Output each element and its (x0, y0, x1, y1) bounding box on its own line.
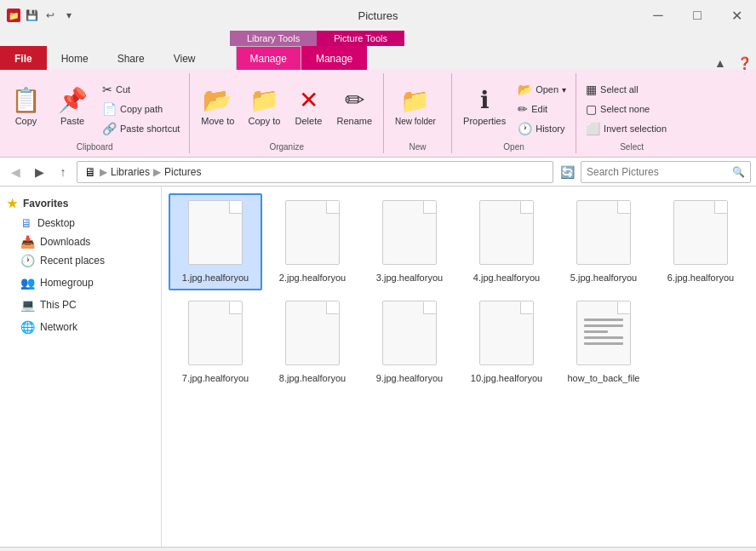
address-path[interactable]: 🖥 ▶ Libraries ▶ Pictures (77, 161, 553, 183)
file-name: 10.jpg.healforyou (471, 372, 542, 384)
file-icon (670, 200, 731, 268)
select-all-icon: ▦ (586, 83, 597, 96)
history-button[interactable]: 🕐 History (513, 119, 570, 138)
sidebar-item-desktop[interactable]: 🖥 Desktop (0, 214, 161, 232)
favorites-star-icon: ★ (7, 197, 18, 210)
file-item[interactable]: 6.jpg.healforyou (654, 193, 747, 290)
tab-picture-manage[interactable]: Manage (301, 46, 367, 70)
file-page (188, 301, 243, 365)
main-area: ★ Favorites 🖥 Desktop 📥 Downloads 🕐 Rece… (0, 187, 756, 547)
file-item[interactable]: 7.jpg.healforyou (169, 294, 262, 391)
path-libraries[interactable]: Libraries (111, 166, 150, 178)
edit-button[interactable]: ✏ Edit (513, 100, 570, 118)
copy-button[interactable]: 📋 Copy (5, 77, 47, 138)
paste-shortcut-button[interactable]: 🔗 Paste shortcut (98, 119, 184, 138)
text-line (584, 342, 623, 345)
sidebar: ★ Favorites 🖥 Desktop 📥 Downloads 🕐 Rece… (0, 187, 162, 547)
up-button[interactable]: ↑ (53, 162, 73, 182)
invert-selection-button[interactable]: ⬜ Invert selection (581, 119, 671, 138)
sidebar-item-homegroup[interactable]: 👥 Homegroup (0, 273, 161, 292)
new-label: New (389, 140, 446, 152)
delete-icon: ✕ (299, 89, 318, 112)
this-pc-section: 💻 This PC (0, 296, 161, 314)
text-line (584, 319, 623, 321)
delete-button[interactable]: ✕ Delete (288, 77, 329, 138)
file-icon (476, 301, 537, 369)
favorites-header[interactable]: ★ Favorites (0, 193, 161, 214)
back-button[interactable]: ◀ (5, 162, 26, 182)
ribbon-group-organize: 📂 Move to 📁 Copy to ✕ Delete ✏ Rename Or… (190, 73, 384, 153)
file-page-corner (230, 301, 242, 313)
file-name: 2.jpg.healforyou (279, 272, 346, 284)
file-item[interactable]: how_to_back_file (557, 294, 650, 391)
file-item[interactable]: 5.jpg.healforyou (557, 193, 650, 290)
minimize-button[interactable]: ─ (639, 0, 678, 31)
sidebar-item-downloads[interactable]: 📥 Downloads (0, 232, 161, 251)
location-icon: 🖥 (84, 165, 96, 179)
file-item[interactable]: 8.jpg.healforyou (266, 294, 359, 391)
move-icon: 📂 (203, 89, 232, 112)
quick-dropdown-btn[interactable]: ▾ (61, 8, 77, 23)
properties-button[interactable]: ℹ Properties (457, 77, 512, 138)
open-small-group: 📂 Open ▾ ✏ Edit 🕐 History (513, 77, 570, 138)
open-icon: 📂 (518, 83, 532, 96)
sidebar-item-recent-places[interactable]: 🕐 Recent places (0, 251, 161, 270)
favorites-section: ★ Favorites 🖥 Desktop 📥 Downloads 🕐 Rece… (0, 193, 161, 270)
file-name: 3.jpg.healforyou (376, 272, 443, 284)
invert-selection-icon: ⬜ (586, 122, 600, 135)
tab-library-manage[interactable]: Manage (236, 46, 301, 70)
close-button[interactable]: ✕ (717, 0, 756, 31)
ribbon-collapse-btn[interactable]: ▲ (708, 56, 732, 70)
cut-button[interactable]: ✂ Cut (98, 80, 184, 99)
file-name: 8.jpg.healforyou (279, 372, 346, 384)
tab-file[interactable]: File (0, 46, 47, 70)
copy-path-button[interactable]: 📄 Copy path (98, 100, 184, 118)
quick-save-btn[interactable]: 💾 (24, 8, 39, 23)
file-item[interactable]: 10.jpg.healforyou (460, 294, 553, 391)
file-name: 9.jpg.healforyou (376, 372, 443, 384)
forward-button[interactable]: ▶ (29, 162, 49, 182)
open-button[interactable]: 📂 Open ▾ (513, 80, 570, 99)
new-folder-button[interactable]: 📁 New folder (389, 77, 442, 138)
copy-to-button[interactable]: 📁 Copy to (242, 77, 286, 138)
tab-view[interactable]: View (159, 46, 210, 70)
file-icon (185, 301, 246, 369)
file-item[interactable]: 2.jpg.healforyou (266, 193, 359, 290)
new-content: 📁 New folder (389, 75, 446, 140)
refresh-button[interactable]: 🔄 (557, 162, 577, 182)
ribbon-tabs-row: File Home Share View Manage Manage ▲ ❓ (0, 46, 756, 70)
tab-share[interactable]: Share (103, 46, 159, 70)
help-btn[interactable]: ❓ (732, 56, 756, 70)
select-none-button[interactable]: ▢ Select none (581, 100, 671, 118)
clipboard-content: 📋 Copy 📌 Paste ✂ Cut 📄 Copy path 🔗 Past (5, 75, 184, 140)
paste-icon: 📌 (58, 89, 88, 112)
file-page-corner (521, 301, 533, 313)
open-content: ℹ Properties 📂 Open ▾ ✏ Edit 🕐 History (457, 75, 570, 140)
tab-home[interactable]: Home (47, 46, 103, 70)
file-area[interactable]: 1.jpg.healforyou2.jpg.healforyou3.jpg.he… (162, 187, 756, 547)
sidebar-item-network[interactable]: 🌐 Network (0, 318, 161, 336)
search-input[interactable] (587, 166, 732, 178)
new-folder-icon: 📁 (400, 89, 430, 113)
file-item[interactable]: 3.jpg.healforyou (363, 193, 456, 290)
ribbon-group-select: ▦ Select all ▢ Select none ⬜ Invert sele… (576, 73, 687, 153)
move-to-button[interactable]: 📂 Move to (195, 77, 240, 138)
search-box[interactable]: 🔍 (581, 161, 751, 183)
maximize-button[interactable]: □ (678, 0, 717, 31)
file-page-corner (327, 301, 339, 313)
history-icon: 🕐 (518, 122, 532, 135)
file-item[interactable]: 1.jpg.healforyou (169, 193, 262, 290)
quick-undo-btn[interactable]: ↩ (43, 8, 58, 23)
file-item[interactable]: 9.jpg.healforyou (363, 294, 456, 391)
sidebar-item-this-pc[interactable]: 💻 This PC (0, 296, 161, 314)
path-pictures[interactable]: Pictures (164, 166, 201, 178)
downloads-icon: 📥 (20, 235, 35, 249)
file-item[interactable]: 4.jpg.healforyou (460, 193, 553, 290)
homegroup-icon: 👥 (20, 276, 35, 290)
rename-button[interactable]: ✏ Rename (330, 77, 378, 138)
properties-icon: ℹ (480, 89, 490, 112)
select-all-button[interactable]: ▦ Select all (581, 80, 671, 99)
paste-button[interactable]: 📌 Paste (49, 77, 96, 138)
file-page (382, 301, 437, 365)
copy-path-icon: 📄 (102, 102, 117, 116)
